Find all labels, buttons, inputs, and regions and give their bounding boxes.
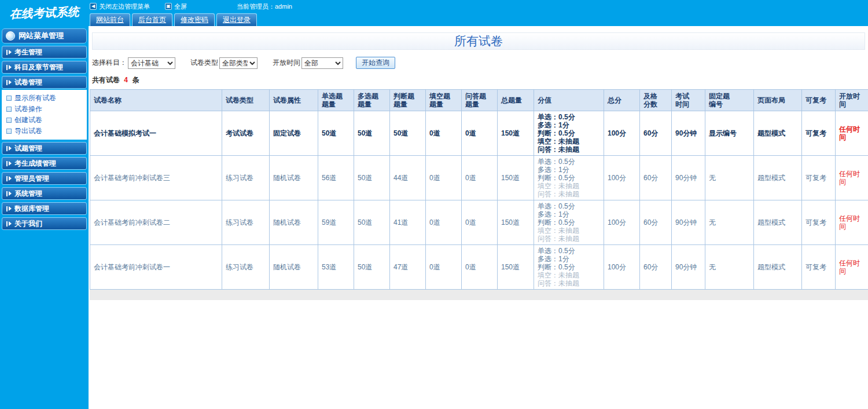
column-header: 固定题 编号	[705, 90, 754, 111]
arrow-right-icon	[6, 206, 12, 211]
fill-blank-count: 0道	[426, 200, 462, 245]
column-header: 试卷类型	[222, 90, 270, 111]
open-time-select[interactable]: 全部	[301, 57, 343, 69]
column-header: 可复考	[802, 90, 836, 111]
single-choice-count: 53道	[318, 245, 354, 290]
qa-count: 0道	[462, 245, 498, 290]
retake-flag: 可复考	[802, 156, 836, 200]
total-score: 100分	[604, 200, 640, 245]
subject-select[interactable]: 会计基础	[128, 57, 175, 69]
single-choice-count: 56道	[318, 156, 354, 200]
total-score: 100分	[604, 245, 640, 290]
score-line: 填空：未抽题	[538, 137, 600, 145]
submenu-item-paper-operations[interactable]: 试卷操作	[2, 104, 87, 115]
arrow-right-icon	[6, 50, 12, 55]
current-admin-label: 当前管理员：admin	[237, 2, 292, 11]
paper-count: 4	[124, 76, 128, 84]
table-row: 会计基础模拟考试一考试试卷固定试卷50道50道50道0道0道150道单选：0.5…	[90, 111, 868, 156]
search-button[interactable]: 开始查询	[356, 57, 395, 69]
close-left-menu-button[interactable]: ◀ 关闭左边管理菜单	[90, 2, 150, 11]
sidebar-item-subject-chapter-mgmt[interactable]: 科目及章节管理	[2, 61, 87, 74]
tab-admin-home[interactable]: 后台首页	[132, 13, 172, 26]
paper-type: 练习试卷	[222, 245, 270, 290]
sidebar-item-score-mgmt[interactable]: 考生成绩管理	[2, 157, 87, 170]
score-line: 问答：未抽题	[538, 190, 600, 198]
column-header: 总分	[604, 90, 640, 111]
arrow-right-icon	[6, 161, 12, 166]
fixed-number: 显示编号	[705, 111, 754, 156]
tab-site-front[interactable]: 网站前台	[90, 13, 130, 26]
papers-table: 试卷名称试卷类型试卷属性单选题 题量多选题 题量判断题 题量填空题 题量问答题 …	[90, 89, 868, 290]
column-header: 开放时间	[836, 90, 868, 111]
table-row: 会计基础考前冲刺试卷三练习试卷随机试卷56道50道44道0道0道150道单选：0…	[90, 156, 868, 200]
submenu-item-create-paper[interactable]: 创建试卷	[2, 115, 87, 126]
column-header: 试卷属性	[270, 90, 318, 111]
sidebar-item-about-us[interactable]: 关于我们	[2, 217, 87, 230]
paper-type: 练习试卷	[222, 156, 270, 200]
fill-blank-count: 0道	[426, 156, 462, 200]
sidebar-item-system-mgmt[interactable]: 系统管理	[2, 187, 87, 200]
column-header: 多选题 题量	[354, 90, 390, 111]
table-footer-bar	[90, 290, 868, 300]
score-line: 判断：0.5分	[538, 174, 600, 182]
top-bar: 在线考试系统 ◀ 关闭左边管理菜单 ▣ 全屏 当前管理员：admin 网站前台 …	[0, 0, 868, 26]
total-count: 150道	[498, 200, 534, 245]
qa-count: 0道	[462, 200, 498, 245]
total-count: 150道	[498, 111, 534, 156]
summary-suffix: 条	[132, 76, 139, 84]
paper-name: 会计基础模拟考试一	[90, 111, 222, 156]
paper-count-summary: 共有试卷 4 条	[92, 75, 868, 85]
page-layout: 题型模式	[754, 200, 802, 245]
score-line: 问答：未抽题	[538, 145, 600, 154]
submenu-item-export-paper[interactable]: 导出试卷	[2, 126, 87, 137]
judge-count: 50道	[390, 111, 426, 156]
pass-score: 60分	[640, 245, 672, 290]
judge-count: 47道	[390, 245, 426, 290]
paper-type: 考试试卷	[222, 111, 270, 156]
sidebar-title: 网站菜单管理	[2, 28, 87, 43]
judge-count: 41道	[390, 200, 426, 245]
exam-duration: 90分钟	[672, 245, 705, 290]
tab-logout[interactable]: 退出登录	[216, 13, 257, 26]
multi-choice-count: 50道	[354, 111, 390, 156]
multi-choice-count: 50道	[354, 200, 390, 245]
score-line: 填空：未抽题	[538, 271, 600, 279]
fixed-number: 无	[705, 245, 754, 290]
paper-name: 会计基础考前冲刺试卷二	[90, 200, 222, 245]
total-score: 100分	[604, 111, 640, 156]
submenu-item-show-all-papers[interactable]: 显示所有试卷	[2, 93, 87, 104]
column-header: 问答题 题量	[462, 90, 498, 111]
tab-change-password[interactable]: 修改密码	[174, 13, 215, 26]
score-line: 单选：0.5分	[538, 158, 600, 166]
paper-type-select[interactable]: 全部类型	[219, 57, 258, 69]
sidebar-item-question-mgmt[interactable]: 试题管理	[2, 142, 87, 155]
score-values: 单选：0.5分多选：1分判断：0.5分填空：未抽题问答：未抽题	[534, 156, 604, 200]
retake-flag: 可复考	[802, 111, 836, 156]
sidebar-item-admin-mgmt[interactable]: 管理员管理	[2, 172, 87, 185]
collapse-left-icon: ◀	[90, 3, 97, 10]
multi-choice-count: 50道	[354, 245, 390, 290]
sidebar-item-paper-mgmt[interactable]: 试卷管理	[2, 76, 87, 89]
sidebar-item-database-mgmt[interactable]: 数据库管理	[2, 202, 87, 215]
total-score: 100分	[604, 156, 640, 200]
multi-choice-count: 50道	[354, 156, 390, 200]
score-line: 多选：1分	[538, 210, 600, 218]
table-row: 会计基础考前冲刺试卷二练习试卷随机试卷59道50道41道0道0道150道单选：0…	[90, 200, 868, 245]
fullscreen-label: 全屏	[174, 2, 187, 11]
sidebar-item-examinee-mgmt[interactable]: 考生管理	[2, 46, 87, 59]
top-strip: ◀ 关闭左边管理菜单 ▣ 全屏 当前管理员：admin	[90, 0, 292, 13]
retake-flag: 可复考	[802, 200, 836, 245]
column-header: 填空题 题量	[426, 90, 462, 111]
score-line: 判断：0.5分	[538, 263, 600, 271]
arrow-right-icon	[6, 176, 12, 181]
score-line: 单选：0.5分	[538, 202, 600, 210]
exam-duration: 90分钟	[672, 200, 705, 245]
paper-name: 会计基础考前冲刺试卷一	[90, 245, 222, 290]
fullscreen-button[interactable]: ▣ 全屏	[165, 2, 187, 11]
table-row: 会计基础考前冲刺试卷一练习试卷随机试卷53道50道47道0道0道150道单选：0…	[90, 245, 868, 290]
arrow-right-icon	[6, 146, 12, 151]
paper-attr: 随机试卷	[270, 245, 318, 290]
score-line: 单选：0.5分	[538, 247, 600, 255]
paper-type: 练习试卷	[222, 200, 270, 245]
column-header: 总题量	[498, 90, 534, 111]
